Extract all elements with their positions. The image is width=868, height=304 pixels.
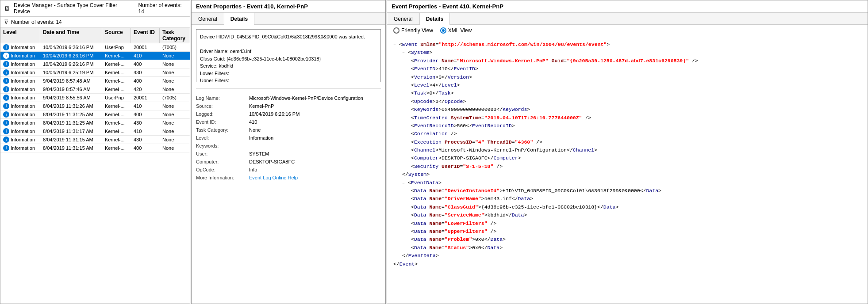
cell-level: iInformation xyxy=(0,77,40,85)
cell-category: None xyxy=(160,102,190,110)
info-icon: i xyxy=(3,86,9,92)
cell-datetime: 10/04/2019 6:26:16 PM xyxy=(40,43,102,51)
xml-content: – <Event xmlns="http://schemas.microsoft… xyxy=(387,36,868,304)
cell-source: Kernel-... xyxy=(102,77,131,85)
col-datetime[interactable]: Date and Time xyxy=(40,28,102,43)
device-manager-panel: 🖥 Device Manager - Surface Type Cover Fi… xyxy=(0,0,190,304)
cell-eventid: 430 xyxy=(131,68,160,76)
xml-line-21: <Data Name="ServiceName">kbdhid</Data> xyxy=(411,211,861,219)
xml-line-0: – <Event xmlns="http://schemas.microsoft… xyxy=(393,41,861,49)
field-eventid-value: 410 xyxy=(249,119,381,125)
cell-datetime: 8/04/2019 11:31:15 AM xyxy=(40,136,102,144)
xml-line-1: – <System> xyxy=(402,49,861,57)
table-row[interactable]: iInformation 8/04/2019 11:31:25 AM Kerne… xyxy=(0,110,190,119)
details-lower-filters: Lower Filters: xyxy=(200,70,377,77)
cell-category: None xyxy=(160,85,190,93)
cell-datetime: 8/04/2019 11:31:25 AM xyxy=(40,110,102,118)
field-eventid-label: Event ID: xyxy=(196,119,249,125)
panel1-titlebar: 🖥 Device Manager - Surface Type Cover Fi… xyxy=(0,0,190,17)
info-icon: i xyxy=(3,53,9,59)
cell-datetime: 9/04/2019 8:57:46 AM xyxy=(40,85,102,93)
table-row[interactable]: iInformation 10/04/2019 6:26:16 PM UserP… xyxy=(0,43,190,52)
xml-view-radio[interactable] xyxy=(440,27,446,34)
cell-source: Kernel-... xyxy=(102,119,131,127)
field-logname-value: Microsoft-Windows-Kernel-PnP/Device Conf… xyxy=(249,95,381,101)
field-source-value: Kernel-PnP xyxy=(249,103,381,109)
xml-view-label: XML View xyxy=(448,27,472,34)
xml-line-18: <Data Name="DeviceInstanceId">HID\VID_04… xyxy=(411,187,861,195)
info-icon: i xyxy=(3,145,9,151)
cell-eventid: 400 xyxy=(131,110,160,118)
xml-line-16: </System> xyxy=(402,171,861,179)
info-icon: i xyxy=(3,111,9,118)
filter-icon: ⊽ xyxy=(4,19,8,26)
details-class-guid: Class Guid: {4d36e96b-e325-11ce-bfc1-080… xyxy=(200,55,377,63)
cell-source: Kernel-... xyxy=(102,127,131,135)
event-properties-xml-panel: Event Properties - Event 410, Kernel-PnP… xyxy=(387,0,868,304)
col-level[interactable]: Level xyxy=(0,28,40,43)
cell-level: iInformation xyxy=(0,43,40,51)
info-icon: i xyxy=(3,128,9,134)
filter-label: Number of events: 14 xyxy=(11,19,62,25)
field-logged-label: Logged: xyxy=(196,111,249,117)
xml-line-23: <Data Name="UpperFilters" /> xyxy=(411,228,861,236)
panel3-tab-bar: General Details xyxy=(387,13,868,25)
cell-eventid: 20001 xyxy=(131,43,160,51)
table-row[interactable]: iInformation 8/04/2019 11:31:26 AM Kerne… xyxy=(0,102,190,110)
event-log-online-help-link[interactable]: Event Log Online Help xyxy=(249,175,298,180)
table-row[interactable]: iInformation 10/04/2019 6:25:19 PM Kerne… xyxy=(0,68,190,77)
tab-details[interactable]: Details xyxy=(224,13,254,25)
cell-eventid: 430 xyxy=(131,136,160,144)
cell-eventid: 400 xyxy=(131,77,160,85)
cell-category: None xyxy=(160,119,190,127)
details-service: Service: kbdhid xyxy=(200,62,377,70)
xml-line-20: <Data Name="ClassGuid">{4d36e96b-e325-11… xyxy=(411,203,861,211)
col-category[interactable]: Task Category xyxy=(160,28,190,43)
cell-level: iInformation xyxy=(0,110,40,118)
col-eventid[interactable]: Event ID xyxy=(131,28,160,43)
table-row[interactable]: iInformation 8/04/2019 11:31:25 AM Kerne… xyxy=(0,119,190,127)
field-moreinfo-value: Event Log Online Help xyxy=(249,175,381,181)
cell-category: (7005) xyxy=(160,94,190,102)
xml-line-10: <EventRecordID>560</EventRecordID> xyxy=(411,122,861,130)
tab-general[interactable]: General xyxy=(192,13,224,25)
cell-level: iInformation xyxy=(0,85,40,93)
cell-source: Kernel-... xyxy=(102,144,131,152)
table-row[interactable]: iInformation 8/04/2019 11:31:15 AM Kerne… xyxy=(0,136,190,144)
table-row[interactable]: iInformation 10/04/2019 6:26:16 PM Kerne… xyxy=(0,60,190,68)
xml-line-14: <Computer>DESKTOP-SIGA8FC</Computer> xyxy=(411,154,861,162)
table-row[interactable]: iInformation 8/04/2019 11:31:17 AM Kerne… xyxy=(0,127,190,136)
xml-line-25: <Data Name="Status">0x0</Data> xyxy=(411,244,861,252)
table-row[interactable]: iInformation 9/04/2019 8:57:46 AM Kernel… xyxy=(0,85,190,94)
field-logged-value: 10/04/2019 6:26:16 PM xyxy=(249,111,381,117)
field-level-label: Level: xyxy=(196,135,249,141)
table-row[interactable]: iInformation 8/04/2019 11:31:15 AM Kerne… xyxy=(0,144,190,152)
table-row[interactable]: iInformation 10/04/2019 6:26:16 PM Kerne… xyxy=(0,52,190,60)
cell-eventid: 410 xyxy=(131,127,160,135)
cell-category: None xyxy=(160,127,190,135)
tab-general-xml[interactable]: General xyxy=(387,13,419,25)
friendly-view-option[interactable]: Friendly View xyxy=(393,27,433,34)
col-source[interactable]: Source xyxy=(102,28,131,43)
cell-source: Kernel-... xyxy=(102,110,131,118)
xml-view-option[interactable]: XML View xyxy=(440,27,472,34)
panel2-title: Event Properties - Event 410, Kernel-PnP xyxy=(192,0,385,13)
field-user-label: User: xyxy=(196,151,249,157)
xml-line-13: <Channel>Microsoft-Windows-Kernel-PnP/Co… xyxy=(411,146,861,154)
tab-details-xml[interactable]: Details xyxy=(419,13,450,25)
friendly-view-label: Friendly View xyxy=(401,27,433,34)
cell-eventid: 400 xyxy=(131,60,160,68)
field-taskcategory-value: None xyxy=(249,127,381,133)
cell-level: iInformation xyxy=(0,102,40,110)
cell-source: UserPnp xyxy=(102,94,131,102)
xml-line-24: <Data Name="Problem">0x0</Data> xyxy=(411,236,861,243)
cell-datetime: 9/04/2019 8:57:48 AM xyxy=(40,77,102,85)
table-row[interactable]: iInformation 9/04/2019 8:55:56 AM UserPn… xyxy=(0,94,190,102)
cell-eventid: 410 xyxy=(131,52,160,60)
table-row[interactable]: iInformation 9/04/2019 8:57:48 AM Kernel… xyxy=(0,77,190,85)
cell-level: iInformation xyxy=(0,127,40,135)
cell-datetime: 8/04/2019 11:31:25 AM xyxy=(40,119,102,127)
cell-category: None xyxy=(160,136,190,144)
friendly-view-radio[interactable] xyxy=(393,27,399,34)
event-fields-grid: Log Name: Microsoft-Windows-Kernel-PnP/D… xyxy=(196,95,381,181)
